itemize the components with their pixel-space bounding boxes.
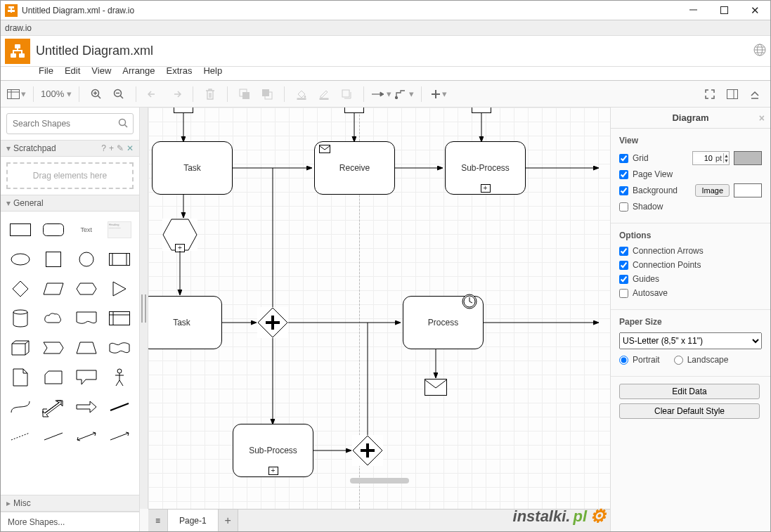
shape-note[interactable] — [8, 368, 32, 387]
maximize-button[interactable] — [708, 1, 739, 20]
shape-rect[interactable] — [8, 221, 32, 239]
shape-step[interactable] — [41, 339, 65, 357]
zoom-out-button[interactable] — [109, 84, 129, 104]
shape-triangle[interactable] — [108, 280, 131, 298]
menu-help[interactable]: Help — [203, 65, 222, 76]
svg-point-21 — [11, 254, 30, 265]
fill-color-button[interactable] — [292, 84, 311, 104]
shape-tape[interactable] — [108, 339, 131, 357]
h-scroll-thumb[interactable] — [350, 478, 409, 484]
fullscreen-button[interactable] — [700, 84, 720, 104]
scratch-close-icon[interactable]: ✕ — [127, 143, 134, 153]
add-page-button[interactable]: + — [219, 510, 238, 531]
canvas[interactable]: Task Receive Sub-Process + + Task — [148, 108, 610, 509]
menu-extras[interactable]: Extras — [167, 65, 193, 76]
shape-actor[interactable] — [108, 368, 131, 387]
scratchpad-header[interactable]: ▾Scratchpad ? + ✎ ✕ — [1, 140, 139, 157]
page-tab[interactable]: Page-1 — [168, 510, 219, 531]
undo-button[interactable] — [143, 84, 163, 104]
menu-file[interactable]: File — [39, 65, 53, 76]
pageview-checkbox[interactable]: Page View — [619, 169, 673, 179]
shape-circle[interactable] — [74, 250, 98, 268]
shape-link[interactable] — [108, 398, 131, 416]
svg-point-25 — [13, 310, 27, 314]
shape-callout[interactable] — [74, 368, 98, 387]
grid-checkbox[interactable]: Grid — [619, 153, 649, 163]
conn-points-checkbox[interactable]: Connection Points — [619, 260, 701, 270]
misc-header[interactable]: ▸Misc — [1, 495, 139, 512]
shadow-checkbox[interactable]: Shadow — [619, 202, 663, 212]
paper-size-select[interactable]: US-Letter (8,5" x 11") — [619, 332, 762, 349]
shape-dashed-edge[interactable] — [8, 427, 32, 446]
to-front-button[interactable] — [235, 84, 254, 104]
language-icon[interactable] — [753, 44, 766, 58]
shape-text[interactable]: Text — [74, 221, 98, 239]
redo-button[interactable] — [166, 84, 186, 104]
shadow-button[interactable] — [337, 84, 356, 104]
scratchpad-dropzone[interactable]: Drag elements here — [6, 162, 134, 189]
landscape-radio[interactable]: Landscape — [674, 355, 729, 365]
shape-bidir-arrow[interactable] — [41, 398, 65, 416]
shape-ellipse[interactable] — [8, 250, 32, 268]
scratch-edit-icon[interactable]: ✎ — [117, 143, 124, 153]
background-color-swatch[interactable] — [734, 183, 762, 197]
zoom-in-button[interactable] — [86, 84, 106, 104]
format-panel-button[interactable] — [723, 84, 742, 104]
menu-edit[interactable]: Edit — [65, 65, 80, 76]
page-menu-button[interactable]: ≡ — [148, 510, 168, 531]
sidebar-toggle-button[interactable]: ▾ — [6, 84, 26, 104]
search-shapes[interactable] — [6, 113, 134, 134]
search-icon[interactable] — [118, 118, 128, 130]
conn-arrows-checkbox[interactable]: Connection Arrows — [619, 246, 704, 256]
collapse-button[interactable] — [745, 84, 765, 104]
minimize-button[interactable] — [678, 1, 708, 20]
more-shapes-button[interactable]: More Shapes... — [1, 512, 139, 531]
background-checkbox[interactable]: Background — [619, 186, 678, 195]
edges — [148, 108, 605, 501]
general-header[interactable]: ▾General — [1, 195, 139, 212]
shape-diamond[interactable] — [8, 280, 32, 298]
edit-data-button[interactable]: Edit Data — [619, 384, 760, 399]
connection-style-button[interactable]: ▾ — [371, 84, 391, 104]
shape-edge[interactable] — [41, 427, 65, 446]
shape-cloud[interactable] — [41, 309, 65, 327]
background-image-button[interactable]: Image — [695, 184, 730, 197]
scratch-help-icon[interactable]: ? — [101, 143, 106, 153]
shape-textbox[interactable]: Heading────── — [108, 221, 131, 239]
guides-checkbox[interactable]: Guides — [619, 274, 659, 284]
autosave-checkbox[interactable]: Autosave — [619, 288, 668, 298]
scratch-add-icon[interactable]: + — [109, 143, 114, 153]
menu-view[interactable]: View — [91, 65, 111, 76]
waypoint-style-button[interactable]: ▾ — [394, 84, 414, 104]
search-input[interactable] — [13, 119, 118, 129]
shape-process[interactable] — [108, 250, 131, 268]
shape-internal-storage[interactable] — [108, 309, 131, 327]
shape-trapezoid[interactable] — [74, 339, 98, 357]
to-back-button[interactable] — [257, 84, 277, 104]
delete-button[interactable] — [200, 84, 220, 104]
shape-hexagon[interactable] — [74, 280, 98, 298]
shape-square[interactable] — [41, 250, 65, 268]
document-title[interactable]: Untitled Diagram.xml — [36, 44, 153, 58]
outline-gutter[interactable] — [140, 108, 148, 509]
shape-document[interactable] — [74, 309, 98, 327]
shape-cube[interactable] — [8, 339, 32, 357]
zoom-select[interactable]: 100% ▾ — [41, 89, 72, 99]
line-color-button[interactable] — [314, 84, 334, 104]
portrait-radio[interactable]: Portrait — [619, 355, 660, 365]
shape-parallelogram[interactable] — [41, 280, 65, 298]
shape-rounded-rect[interactable] — [41, 221, 65, 239]
grid-size-input[interactable]: pt ▲▼ — [692, 151, 730, 165]
close-button[interactable]: ✕ — [739, 1, 770, 20]
shape-bidir-edge[interactable] — [74, 427, 98, 446]
shape-card[interactable] — [41, 368, 65, 387]
grid-color-swatch[interactable] — [734, 151, 762, 165]
close-icon[interactable]: × — [759, 112, 765, 124]
shape-directional-edge[interactable] — [108, 427, 131, 446]
shape-curve[interactable] — [8, 398, 32, 416]
insert-button[interactable]: ▾ — [429, 84, 448, 104]
shape-cylinder[interactable] — [8, 309, 32, 327]
clear-style-button[interactable]: Clear Default Style — [619, 403, 760, 419]
shape-arrow[interactable] — [74, 398, 98, 416]
menu-arrange[interactable]: Arrange — [122, 65, 155, 76]
